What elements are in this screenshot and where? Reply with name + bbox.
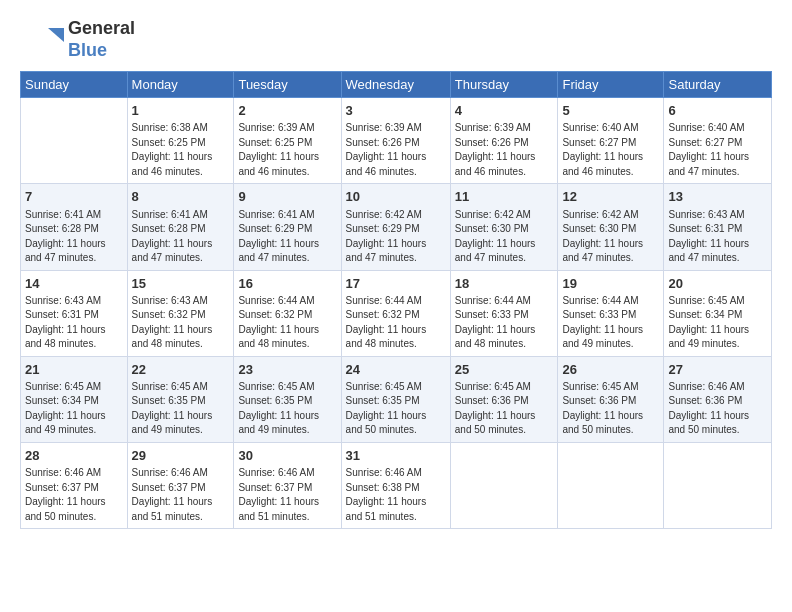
week-row-5: 28Sunrise: 6:46 AM Sunset: 6:37 PM Dayli… (21, 442, 772, 528)
calendar-cell: 9Sunrise: 6:41 AM Sunset: 6:29 PM Daylig… (234, 184, 341, 270)
logo: GeneralBlue (20, 18, 135, 61)
week-row-4: 21Sunrise: 6:45 AM Sunset: 6:34 PM Dayli… (21, 356, 772, 442)
day-number: 5 (562, 102, 659, 120)
calendar-cell (450, 442, 558, 528)
day-number: 29 (132, 447, 230, 465)
calendar-cell: 13Sunrise: 6:43 AM Sunset: 6:31 PM Dayli… (664, 184, 772, 270)
day-number: 16 (238, 275, 336, 293)
calendar-cell: 26Sunrise: 6:45 AM Sunset: 6:36 PM Dayli… (558, 356, 664, 442)
cell-info: Sunrise: 6:45 AM Sunset: 6:36 PM Dayligh… (562, 380, 659, 438)
cell-info: Sunrise: 6:46 AM Sunset: 6:37 PM Dayligh… (132, 466, 230, 524)
day-number: 8 (132, 188, 230, 206)
day-number: 30 (238, 447, 336, 465)
day-number: 6 (668, 102, 767, 120)
calendar-table: SundayMondayTuesdayWednesdayThursdayFrid… (20, 71, 772, 529)
day-number: 13 (668, 188, 767, 206)
calendar-cell: 31Sunrise: 6:46 AM Sunset: 6:38 PM Dayli… (341, 442, 450, 528)
day-number: 11 (455, 188, 554, 206)
day-number: 28 (25, 447, 123, 465)
logo-svg (20, 20, 64, 60)
cell-info: Sunrise: 6:45 AM Sunset: 6:35 PM Dayligh… (238, 380, 336, 438)
cell-info: Sunrise: 6:41 AM Sunset: 6:28 PM Dayligh… (25, 208, 123, 266)
day-number: 10 (346, 188, 446, 206)
day-number: 24 (346, 361, 446, 379)
day-number: 27 (668, 361, 767, 379)
header-day-tuesday: Tuesday (234, 72, 341, 98)
calendar-cell: 18Sunrise: 6:44 AM Sunset: 6:33 PM Dayli… (450, 270, 558, 356)
cell-info: Sunrise: 6:41 AM Sunset: 6:29 PM Dayligh… (238, 208, 336, 266)
calendar-cell: 14Sunrise: 6:43 AM Sunset: 6:31 PM Dayli… (21, 270, 128, 356)
calendar-cell: 4Sunrise: 6:39 AM Sunset: 6:26 PM Daylig… (450, 98, 558, 184)
header-day-wednesday: Wednesday (341, 72, 450, 98)
cell-info: Sunrise: 6:43 AM Sunset: 6:32 PM Dayligh… (132, 294, 230, 352)
day-number: 12 (562, 188, 659, 206)
cell-info: Sunrise: 6:39 AM Sunset: 6:25 PM Dayligh… (238, 121, 336, 179)
cell-info: Sunrise: 6:44 AM Sunset: 6:32 PM Dayligh… (346, 294, 446, 352)
cell-info: Sunrise: 6:42 AM Sunset: 6:29 PM Dayligh… (346, 208, 446, 266)
calendar-cell: 20Sunrise: 6:45 AM Sunset: 6:34 PM Dayli… (664, 270, 772, 356)
calendar-cell: 19Sunrise: 6:44 AM Sunset: 6:33 PM Dayli… (558, 270, 664, 356)
cell-info: Sunrise: 6:44 AM Sunset: 6:32 PM Dayligh… (238, 294, 336, 352)
day-number: 19 (562, 275, 659, 293)
calendar-cell: 2Sunrise: 6:39 AM Sunset: 6:25 PM Daylig… (234, 98, 341, 184)
calendar-cell: 5Sunrise: 6:40 AM Sunset: 6:27 PM Daylig… (558, 98, 664, 184)
cell-info: Sunrise: 6:41 AM Sunset: 6:28 PM Dayligh… (132, 208, 230, 266)
calendar-cell: 7Sunrise: 6:41 AM Sunset: 6:28 PM Daylig… (21, 184, 128, 270)
cell-info: Sunrise: 6:45 AM Sunset: 6:34 PM Dayligh… (25, 380, 123, 438)
header-day-sunday: Sunday (21, 72, 128, 98)
cell-info: Sunrise: 6:46 AM Sunset: 6:38 PM Dayligh… (346, 466, 446, 524)
cell-info: Sunrise: 6:42 AM Sunset: 6:30 PM Dayligh… (562, 208, 659, 266)
calendar-cell: 28Sunrise: 6:46 AM Sunset: 6:37 PM Dayli… (21, 442, 128, 528)
cell-info: Sunrise: 6:46 AM Sunset: 6:36 PM Dayligh… (668, 380, 767, 438)
calendar-cell: 6Sunrise: 6:40 AM Sunset: 6:27 PM Daylig… (664, 98, 772, 184)
calendar-cell: 29Sunrise: 6:46 AM Sunset: 6:37 PM Dayli… (127, 442, 234, 528)
day-number: 9 (238, 188, 336, 206)
calendar-cell (21, 98, 128, 184)
calendar-cell: 16Sunrise: 6:44 AM Sunset: 6:32 PM Dayli… (234, 270, 341, 356)
header-row: SundayMondayTuesdayWednesdayThursdayFrid… (21, 72, 772, 98)
calendar-cell: 25Sunrise: 6:45 AM Sunset: 6:36 PM Dayli… (450, 356, 558, 442)
calendar-cell: 1Sunrise: 6:38 AM Sunset: 6:25 PM Daylig… (127, 98, 234, 184)
cell-info: Sunrise: 6:45 AM Sunset: 6:35 PM Dayligh… (346, 380, 446, 438)
cell-info: Sunrise: 6:38 AM Sunset: 6:25 PM Dayligh… (132, 121, 230, 179)
header-day-monday: Monday (127, 72, 234, 98)
day-number: 22 (132, 361, 230, 379)
week-row-2: 7Sunrise: 6:41 AM Sunset: 6:28 PM Daylig… (21, 184, 772, 270)
day-number: 17 (346, 275, 446, 293)
calendar-cell: 24Sunrise: 6:45 AM Sunset: 6:35 PM Dayli… (341, 356, 450, 442)
day-number: 31 (346, 447, 446, 465)
calendar-cell: 8Sunrise: 6:41 AM Sunset: 6:28 PM Daylig… (127, 184, 234, 270)
week-row-3: 14Sunrise: 6:43 AM Sunset: 6:31 PM Dayli… (21, 270, 772, 356)
page-header: GeneralBlue (20, 18, 772, 61)
header-day-thursday: Thursday (450, 72, 558, 98)
calendar-cell: 22Sunrise: 6:45 AM Sunset: 6:35 PM Dayli… (127, 356, 234, 442)
calendar-cell (558, 442, 664, 528)
cell-info: Sunrise: 6:43 AM Sunset: 6:31 PM Dayligh… (668, 208, 767, 266)
cell-info: Sunrise: 6:40 AM Sunset: 6:27 PM Dayligh… (668, 121, 767, 179)
day-number: 21 (25, 361, 123, 379)
day-number: 26 (562, 361, 659, 379)
cell-info: Sunrise: 6:45 AM Sunset: 6:34 PM Dayligh… (668, 294, 767, 352)
day-number: 18 (455, 275, 554, 293)
calendar-cell: 17Sunrise: 6:44 AM Sunset: 6:32 PM Dayli… (341, 270, 450, 356)
cell-info: Sunrise: 6:44 AM Sunset: 6:33 PM Dayligh… (455, 294, 554, 352)
cell-info: Sunrise: 6:44 AM Sunset: 6:33 PM Dayligh… (562, 294, 659, 352)
logo-blue: Blue (68, 40, 135, 62)
calendar-cell: 30Sunrise: 6:46 AM Sunset: 6:37 PM Dayli… (234, 442, 341, 528)
cell-info: Sunrise: 6:45 AM Sunset: 6:35 PM Dayligh… (132, 380, 230, 438)
calendar-cell: 10Sunrise: 6:42 AM Sunset: 6:29 PM Dayli… (341, 184, 450, 270)
logo-general: General (68, 18, 135, 40)
cell-info: Sunrise: 6:42 AM Sunset: 6:30 PM Dayligh… (455, 208, 554, 266)
day-number: 20 (668, 275, 767, 293)
cell-info: Sunrise: 6:46 AM Sunset: 6:37 PM Dayligh… (238, 466, 336, 524)
cell-info: Sunrise: 6:39 AM Sunset: 6:26 PM Dayligh… (346, 121, 446, 179)
day-number: 25 (455, 361, 554, 379)
calendar-cell (664, 442, 772, 528)
day-number: 23 (238, 361, 336, 379)
day-number: 2 (238, 102, 336, 120)
calendar-cell: 27Sunrise: 6:46 AM Sunset: 6:36 PM Dayli… (664, 356, 772, 442)
calendar-cell: 12Sunrise: 6:42 AM Sunset: 6:30 PM Dayli… (558, 184, 664, 270)
calendar-cell: 15Sunrise: 6:43 AM Sunset: 6:32 PM Dayli… (127, 270, 234, 356)
week-row-1: 1Sunrise: 6:38 AM Sunset: 6:25 PM Daylig… (21, 98, 772, 184)
day-number: 14 (25, 275, 123, 293)
